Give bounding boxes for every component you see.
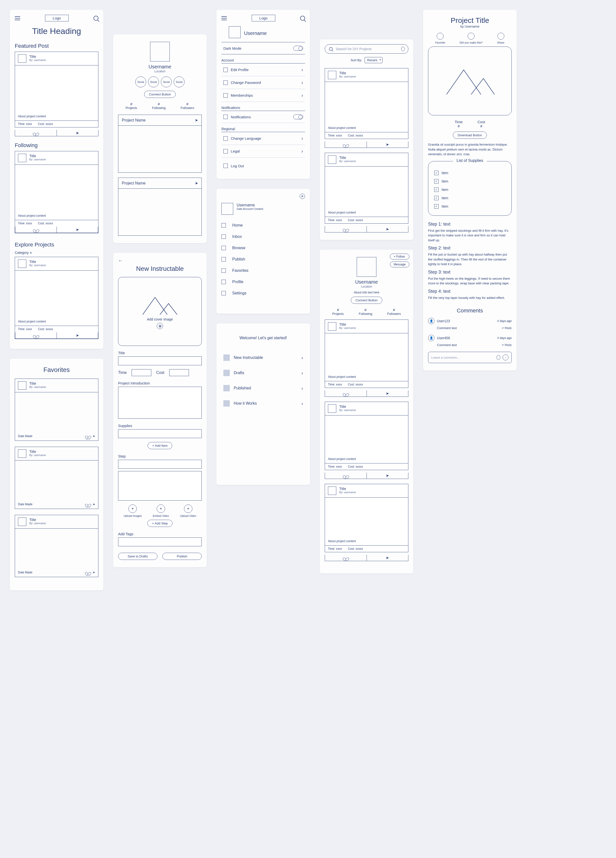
time-input[interactable] (132, 369, 151, 376)
share-icon[interactable]: ➤ (195, 181, 198, 185)
step-title-input[interactable] (118, 460, 202, 469)
send-button[interactable]: ↑ (502, 354, 509, 361)
category-link[interactable]: Category (15, 250, 98, 255)
stat-followers[interactable]: Followers (180, 106, 194, 110)
notifications-toggle[interactable] (293, 114, 303, 119)
reply-button[interactable]: Reply (502, 344, 512, 347)
like-button[interactable] (325, 226, 367, 232)
favorite-card[interactable]: TitleBy: username Date Made➤ (15, 379, 98, 441)
welcome-row[interactable]: Drafts (221, 365, 305, 381)
connect-button[interactable]: Connect Button (144, 91, 176, 98)
add-step-button[interactable]: + Add Step (147, 520, 173, 527)
search-result-card[interactable]: TitleBy: usernameAbout project contentTi… (325, 153, 408, 224)
row-change-password[interactable]: Change Password (221, 76, 305, 89)
heart-icon[interactable] (86, 502, 90, 506)
add-item-button[interactable]: + Add Item (148, 442, 173, 449)
stat-following[interactable]: Following (152, 106, 166, 110)
row-logout[interactable]: Log Out (221, 160, 305, 171)
cost-input[interactable] (169, 369, 189, 376)
social-icon[interactable]: Social (135, 76, 146, 87)
row-memberships[interactable]: Memberships (221, 89, 305, 102)
share-button[interactable]: ➤ (367, 226, 408, 232)
supply-item[interactable]: ✓Item (434, 185, 506, 194)
follow-button[interactable]: + Follow (390, 253, 409, 260)
tags-input[interactable] (118, 538, 202, 546)
download-button[interactable]: Download Button (453, 132, 487, 139)
upload-images-button[interactable]: +Upload Images (123, 505, 142, 517)
like-button[interactable] (15, 332, 57, 339)
featured-card[interactable]: TitleBy: username About project content … (15, 52, 98, 127)
menu-icon[interactable] (221, 16, 227, 20)
like-button[interactable] (325, 141, 367, 148)
like-button[interactable] (325, 473, 367, 479)
search-result-card[interactable]: TitleBy: usernameAbout project contentTi… (325, 68, 408, 139)
share-button[interactable]: ➤ (57, 227, 98, 233)
welcome-row[interactable]: How it Works (221, 396, 305, 411)
favorite-card[interactable]: TitleBy: username Date Made➤ (15, 515, 98, 577)
close-button[interactable]: ✕ (300, 194, 305, 199)
attach-icon[interactable] (497, 355, 500, 360)
comment-input[interactable]: Leave a comment... ↑ (428, 352, 512, 363)
intro-textarea[interactable] (118, 387, 202, 419)
upload-video-button[interactable]: +Upload Video (180, 505, 196, 517)
drawer-item[interactable]: Settings (221, 288, 305, 299)
share-button[interactable]: ➤ (367, 555, 408, 561)
step-textarea[interactable] (118, 471, 202, 500)
cover-upload[interactable]: Add cover image ⊕ (118, 277, 202, 346)
like-button[interactable] (325, 555, 367, 561)
search-bar[interactable]: Search for DIY Projects (325, 44, 408, 54)
favorite-card[interactable]: TitleBy: username Date Made➤ (15, 447, 98, 509)
profile-project-card[interactable]: TitleBy: usernameAbout project contentTi… (325, 484, 408, 552)
share-button[interactable]: ➤ (367, 141, 408, 148)
share-button[interactable]: ➤ (367, 473, 408, 479)
supply-item[interactable]: ✓Item (434, 169, 506, 177)
share-icon[interactable]: ➤ (93, 571, 95, 574)
comment-user[interactable]: 👤User456 (428, 335, 450, 341)
save-drafts-button[interactable]: Save to Drafts (118, 553, 157, 560)
stat-projects[interactable]: Projects (126, 106, 137, 110)
drawer-item[interactable]: Profile (221, 276, 305, 288)
drawer-item[interactable]: Favorites (221, 265, 305, 276)
like-button[interactable] (15, 130, 57, 136)
logo[interactable]: Logo (45, 15, 68, 22)
project-item[interactable]: Project Name➤ (118, 115, 202, 173)
made-this-action[interactable]: Did you make this? (459, 33, 483, 44)
social-icon[interactable]: Social (174, 76, 185, 87)
favorite-action[interactable]: Favorite (436, 33, 445, 44)
avatar[interactable] (357, 257, 376, 277)
project-author[interactable]: by Username (428, 25, 512, 28)
back-button[interactable] (118, 258, 202, 263)
row-change-language[interactable]: Change Language (221, 132, 305, 145)
avatar[interactable] (221, 203, 233, 215)
share-action[interactable]: Share (497, 33, 504, 44)
profile-project-card[interactable]: TitleBy: usernameAbout project contentTi… (325, 402, 408, 470)
comment-user[interactable]: 👤User123 (428, 318, 450, 324)
explore-card[interactable]: TitleBy: username About project content … (15, 257, 98, 339)
menu-icon[interactable] (15, 16, 20, 20)
share-button[interactable]: ➤ (57, 332, 98, 339)
row-legal[interactable]: Legal (221, 145, 305, 158)
like-button[interactable] (325, 390, 367, 396)
share-button[interactable]: ➤ (57, 130, 98, 136)
share-icon[interactable]: ➤ (93, 434, 95, 438)
drawer-item[interactable]: Publish (221, 253, 305, 265)
project-item[interactable]: Project Name➤ (118, 177, 202, 236)
stat-projects[interactable]: Projects (332, 312, 344, 316)
row-notifications[interactable]: Notifications (221, 111, 305, 123)
dark-mode-toggle[interactable] (293, 46, 303, 51)
title-input[interactable] (118, 356, 202, 365)
publish-button[interactable]: Publish (162, 553, 202, 560)
logo[interactable]: Logo (252, 15, 275, 22)
stat-followers[interactable]: Followers (387, 312, 401, 316)
message-button[interactable]: Message (390, 261, 409, 267)
supply-item[interactable]: ✓Item (434, 194, 506, 202)
supply-input[interactable] (118, 429, 202, 438)
drawer-item[interactable]: Home (221, 220, 305, 231)
supply-item[interactable]: ✓Item (434, 202, 506, 211)
reply-button[interactable]: Reply (502, 326, 512, 330)
avatar[interactable] (229, 26, 241, 38)
avatar[interactable] (150, 42, 170, 62)
connect-button[interactable]: Connect Button (351, 297, 382, 304)
supply-item[interactable]: ✓Item (434, 177, 506, 185)
row-edit-profile[interactable]: Edit Profile (221, 64, 305, 76)
